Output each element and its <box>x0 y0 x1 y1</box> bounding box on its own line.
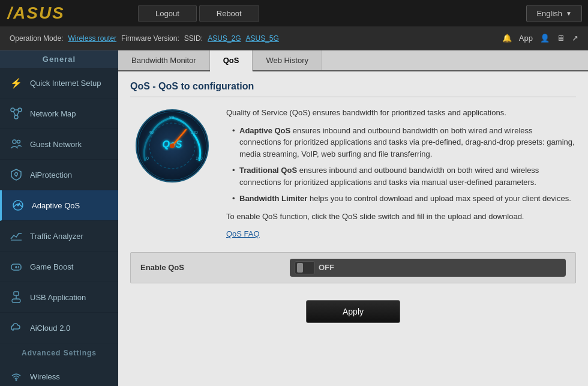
svg-text:80: 80 <box>169 115 174 119</box>
sidebar-item-label: Game Boost <box>30 262 73 271</box>
sidebar-item-label: Quick Internet Setup <box>30 79 101 88</box>
svg-point-0 <box>11 108 14 112</box>
sidebar-item-label: Adaptive QoS <box>32 201 80 210</box>
quick-setup-icon: ⚡ <box>8 75 24 91</box>
sidebar-advanced-section: Advanced Settings <box>0 345 118 361</box>
sidebar-item-label: Network Map <box>30 109 76 118</box>
sidebar: General ⚡ Quick Internet Setup Network M… <box>0 50 118 386</box>
svg-text:0: 0 <box>146 156 149 160</box>
qos-feature-adaptive: Adaptive QoS ensures inbound and outboun… <box>232 125 576 160</box>
firmware-label: Firmware Version: <box>121 34 179 43</box>
qos-features-list: Adaptive QoS ensures inbound and outboun… <box>226 125 576 205</box>
svg-text:40: 40 <box>149 130 154 134</box>
svg-text:160: 160 <box>196 156 203 160</box>
qos-intro-text: Quality of Service (QoS) ensures bandwid… <box>226 107 576 119</box>
svg-line-4 <box>13 111 16 116</box>
game-boost-icon <box>8 259 24 274</box>
guest-network-icon <box>8 136 24 152</box>
ssid-5g[interactable]: ASUS_5G <box>245 34 278 43</box>
adaptive-qos-bold: Adaptive QoS <box>239 126 290 135</box>
toggle-knob <box>295 261 315 274</box>
qos-feature-traditional: Traditional QoS ensures inbound and outb… <box>232 164 576 188</box>
qos-description: Quality of Service (QoS) ensures bandwid… <box>226 107 576 240</box>
enable-qos-label: Enable QoS <box>140 263 290 272</box>
svg-point-32 <box>170 143 175 148</box>
qos-faq-link[interactable]: QoS FAQ <box>226 229 260 238</box>
usb-icon <box>8 289 24 305</box>
logo: /ASUS <box>6 2 66 24</box>
bandwidth-limiter-text: helps you to control download and upload… <box>307 194 571 203</box>
top-bar: /ASUS Logout Reboot English ▼ <box>0 0 588 26</box>
svg-line-5 <box>17 111 19 116</box>
sidebar-item-wireless[interactable]: Wireless <box>0 361 118 386</box>
sidebar-item-traffic-analyzer[interactable]: Traffic Analyzer <box>0 221 118 252</box>
qos-logo: QoS 0 40 80 120 160 <box>130 107 214 185</box>
ssid-label: SSID: <box>184 34 203 43</box>
user-icon[interactable]: 👤 <box>540 34 550 43</box>
bandwidth-limiter-bold: Bandwidth Limiter <box>239 194 307 203</box>
svg-point-1 <box>18 108 22 112</box>
sidebar-item-label: Guest Network <box>30 140 82 149</box>
enable-qos-row: Enable QoS OFF <box>130 252 576 283</box>
tab-qos[interactable]: QoS <box>210 50 253 71</box>
qos-feature-bandwidth-limiter: Bandwidth Limiter helps you to control d… <box>232 193 576 205</box>
top-buttons: Logout Reboot <box>138 5 259 22</box>
svg-point-6 <box>13 140 16 143</box>
svg-point-2 <box>14 115 18 119</box>
page-title: QoS - QoS to configuration <box>130 81 576 97</box>
reboot-button[interactable]: Reboot <box>199 5 259 22</box>
language-label: English <box>536 9 562 18</box>
traditional-qos-bold: Traditional QoS <box>239 166 297 175</box>
apply-button[interactable]: Apply <box>306 300 400 323</box>
sidebar-general-section: General <box>0 50 118 68</box>
tabs: Bandwidth Monitor QoS Web History <box>118 50 588 71</box>
sidebar-item-network-map[interactable]: Network Map <box>0 98 118 129</box>
svg-point-17 <box>18 266 19 267</box>
operation-mode-value[interactable]: Wireless router <box>68 34 116 43</box>
wireless-icon <box>8 369 24 384</box>
tab-bandwidth-monitor[interactable]: Bandwidth Monitor <box>118 50 210 70</box>
adaptive-qos-icon <box>10 198 26 213</box>
sidebar-item-quick-internet-setup[interactable]: ⚡ Quick Internet Setup <box>0 68 118 98</box>
toggle-off-label: OFF <box>319 263 334 272</box>
sidebar-item-label: Traffic Analyzer <box>30 232 83 241</box>
chevron-down-icon: ▼ <box>566 10 572 17</box>
status-bar: Operation Mode: Wireless router Firmware… <box>0 26 588 50</box>
monitor-icon[interactable]: 🖥 <box>557 34 565 43</box>
enable-qos-note: To enable QoS function, click the QoS sl… <box>226 211 576 223</box>
svg-point-21 <box>16 379 17 381</box>
sidebar-item-label: AiCloud 2.0 <box>30 324 70 333</box>
sidebar-item-usb-application[interactable]: USB Application <box>0 282 118 313</box>
qos-toggle[interactable]: OFF <box>290 259 566 277</box>
svg-text:120: 120 <box>191 130 198 134</box>
sidebar-item-aiprotection[interactable]: AiProtection <box>0 160 118 190</box>
ssid-2g[interactable]: ASUS_2G <box>208 34 241 43</box>
app-label[interactable]: App <box>519 34 533 43</box>
share-icon[interactable]: ↗ <box>572 34 578 43</box>
svg-point-12 <box>17 205 19 207</box>
network-map-icon <box>8 106 24 121</box>
svg-point-8 <box>15 173 18 176</box>
svg-point-7 <box>17 140 20 143</box>
sidebar-item-label: USB Application <box>30 293 86 302</box>
svg-point-18 <box>18 267 19 268</box>
logout-button[interactable]: Logout <box>138 5 197 22</box>
language-button[interactable]: English ▼ <box>526 5 582 22</box>
sidebar-item-label: Wireless <box>30 372 60 381</box>
qos-intro: QoS 0 40 80 120 160 <box>130 107 576 240</box>
qos-speedometer-svg: QoS 0 40 80 120 160 <box>133 107 211 185</box>
svg-rect-19 <box>14 292 19 295</box>
sidebar-item-adaptive-qos[interactable]: Adaptive QoS <box>0 190 118 221</box>
aicloud-icon <box>8 320 24 336</box>
sidebar-item-game-boost[interactable]: Game Boost <box>0 252 118 282</box>
sidebar-item-guest-network[interactable]: Guest Network <box>0 129 118 160</box>
main-layout: General ⚡ Quick Internet Setup Network M… <box>0 50 588 386</box>
page-content: QoS - QoS to configuration <box>118 71 588 386</box>
bell-icon[interactable]: 🔔 <box>502 34 512 43</box>
tab-web-history[interactable]: Web History <box>253 50 322 70</box>
aiprotection-icon <box>8 167 24 182</box>
content-area: Bandwidth Monitor QoS Web History QoS - … <box>118 50 588 386</box>
sidebar-item-aicloud[interactable]: AiCloud 2.0 <box>0 313 118 343</box>
logo-text: /ASUS <box>7 4 65 23</box>
apply-row: Apply <box>130 295 576 328</box>
